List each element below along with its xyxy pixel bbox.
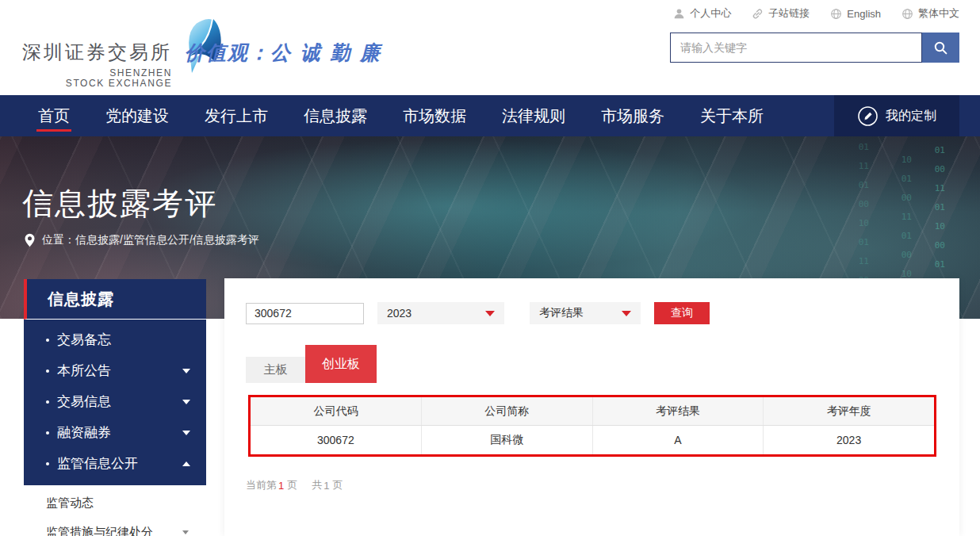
my-customization-button[interactable]: 我的定制 xyxy=(834,95,959,136)
english-link[interactable]: English xyxy=(830,8,881,20)
bullet-dot-icon xyxy=(46,431,49,435)
pagination-page-unit: 页 xyxy=(287,478,297,492)
logo-name-en: SHENZHEN STOCK EXCHANGE xyxy=(22,68,172,89)
result-select[interactable]: 考评结果 xyxy=(530,302,641,324)
logo-name-cn: 深圳证券交易所 xyxy=(22,40,172,65)
board-tabs: 主板 创业板 xyxy=(246,345,377,383)
english-label: English xyxy=(847,8,881,20)
location-pin-icon xyxy=(24,233,36,247)
pagination-total-pages: 1 xyxy=(323,480,329,492)
pencil-circle-icon xyxy=(857,105,879,127)
my-customization-label: 我的定制 xyxy=(886,108,936,124)
subsite-links-link[interactable]: 子站链接 xyxy=(752,6,810,21)
bullet-dot-icon xyxy=(46,462,49,465)
sidebar-header: 信息披露 xyxy=(24,279,206,320)
filter-bar: 2023 考评结果 查询 xyxy=(246,302,710,324)
nav-item-about[interactable]: 关于本所 xyxy=(700,95,764,136)
traditional-chinese-label: 繁体中文 xyxy=(918,6,959,21)
sidebar-item-margin-trading[interactable]: 融资融券 xyxy=(24,417,206,448)
dropdown-arrow-icon xyxy=(485,311,495,316)
sidebar-item-label: 监管信息公开 xyxy=(57,454,182,473)
personal-center-link[interactable]: 个人中心 xyxy=(673,6,731,21)
sidebar-item-label: 交易备忘 xyxy=(57,331,190,349)
cell-rating-result: A xyxy=(593,426,764,454)
chevron-up-icon xyxy=(182,461,190,466)
sidebar-item-trading-memo[interactable]: 交易备忘 xyxy=(24,324,206,355)
company-code-input[interactable] xyxy=(246,303,364,324)
year-select-value: 2023 xyxy=(387,307,412,320)
nav-item-market-services[interactable]: 市场服务 xyxy=(601,95,664,136)
sidebar-subitem-regulatory-measures[interactable]: 监管措施与纪律处分 xyxy=(24,518,206,536)
sidebar-item-regulatory-disclosure[interactable]: 监管信息公开 xyxy=(24,448,206,479)
logo-text: 深圳证券交易所 SHENZHEN STOCK EXCHANGE xyxy=(22,40,172,89)
sidebar-item-label: 融资融券 xyxy=(57,423,182,442)
col-rating-result: 考评结果 xyxy=(593,397,764,425)
nav-item-party-building[interactable]: 党的建设 xyxy=(105,95,169,136)
pagination-page-unit: 页 xyxy=(332,478,343,492)
table-header-row: 公司代码 公司简称 考评结果 考评年度 xyxy=(251,397,934,426)
results-table: 公司代码 公司简称 考评结果 考评年度 300672 国科微 A 2023 xyxy=(248,395,936,457)
year-select[interactable]: 2023 xyxy=(377,302,504,324)
dropdown-arrow-icon xyxy=(622,311,631,316)
site-search xyxy=(670,33,959,63)
bullet-dot-icon xyxy=(46,400,49,404)
globe-icon xyxy=(902,8,913,20)
nav-item-market-data[interactable]: 市场数据 xyxy=(403,95,466,136)
pagination-current-page: 1 xyxy=(278,480,284,492)
chevron-down-icon xyxy=(182,431,190,435)
nav-item-rules[interactable]: 法律规则 xyxy=(502,95,565,136)
pagination-prefix: 当前第 xyxy=(246,478,277,492)
content-panel: 2023 考评结果 查询 主板 创业板 公司代码 公司简称 考评结果 考评年度 … xyxy=(224,278,959,536)
page-title: 信息披露考评 xyxy=(22,182,217,225)
query-button[interactable]: 查询 xyxy=(654,302,710,324)
top-utility-links: 个人中心 子站链接 English 繁体中文 xyxy=(673,6,959,21)
nav-item-disclosure[interactable]: 信息披露 xyxy=(304,95,367,136)
tab-main-board[interactable]: 主板 xyxy=(246,357,305,383)
nav-item-home[interactable]: 首页 xyxy=(38,95,70,136)
bullet-dot-icon xyxy=(46,339,49,342)
sidebar-title: 信息披露 xyxy=(48,289,114,310)
tab-chinext[interactable]: 创业板 xyxy=(305,345,377,383)
sidebar-menu: 交易备忘 本所公告 交易信息 融资融券 监管信息公开 xyxy=(24,320,206,485)
traditional-chinese-link[interactable]: 繁体中文 xyxy=(902,6,959,21)
cell-company-code: 300672 xyxy=(251,426,422,454)
sidebar-item-trading-info[interactable]: 交易信息 xyxy=(24,386,206,417)
magnifier-icon xyxy=(933,40,948,56)
nav-item-listing[interactable]: 发行上市 xyxy=(205,95,268,136)
chevron-down-icon xyxy=(182,530,189,534)
bullet-dot-icon xyxy=(46,369,49,373)
sidebar-item-label: 交易信息 xyxy=(57,392,182,411)
cell-rating-year: 2023 xyxy=(764,426,934,454)
chevron-down-icon xyxy=(182,369,190,373)
col-company-name: 公司简称 xyxy=(422,397,593,425)
sidebar-item-exchange-announcements[interactable]: 本所公告 xyxy=(24,355,206,386)
sidebar-item-label: 本所公告 xyxy=(57,362,182,380)
globe-icon xyxy=(830,8,842,20)
sidebar-submenu: 监管动态 监管措施与纪律处分 xyxy=(24,485,206,536)
col-rating-year: 考评年度 xyxy=(764,397,934,425)
subsite-links-label: 子站链接 xyxy=(768,6,810,21)
sidebar-subitem-regulatory-news[interactable]: 监管动态 xyxy=(24,488,206,518)
pagination: 当前第 1 页 共 1 页 xyxy=(246,478,346,492)
breadcrumb-text: 位置：信息披露/监管信息公开/信息披露考评 xyxy=(42,233,259,247)
site-search-input[interactable] xyxy=(670,33,922,63)
link-icon xyxy=(752,8,764,20)
sidebar-subitem-label: 监管动态 xyxy=(46,496,189,511)
personal-center-label: 个人中心 xyxy=(690,6,731,21)
breadcrumb: 位置：信息披露/监管信息公开/信息披露考评 xyxy=(24,233,259,247)
chevron-down-icon xyxy=(182,400,190,404)
site-search-button[interactable] xyxy=(922,33,959,63)
main-nav: 首页 党的建设 发行上市 信息披露 市场数据 法律规则 市场服务 关于本所 我的… xyxy=(0,95,980,136)
sidebar-subitem-label: 监管措施与纪律处分 xyxy=(46,525,182,536)
site-header: 深圳证券交易所 SHENZHEN STOCK EXCHANGE 价值观：公 诚 … xyxy=(0,0,980,95)
pagination-total-prefix: 共 xyxy=(312,478,322,492)
cell-company-name: 国科微 xyxy=(422,426,593,454)
table-row: 300672 国科微 A 2023 xyxy=(251,426,934,454)
logo-name-en-line2: STOCK EXCHANGE xyxy=(22,78,172,89)
value-slogan: 价值观：公 诚 勤 廉 xyxy=(185,40,381,66)
col-company-code: 公司代码 xyxy=(251,397,422,425)
sidebar: 信息披露 交易备忘 本所公告 交易信息 融资融券 监管信息公开 监管 xyxy=(24,279,206,536)
user-icon xyxy=(673,8,685,20)
result-select-value: 考评结果 xyxy=(539,306,584,320)
